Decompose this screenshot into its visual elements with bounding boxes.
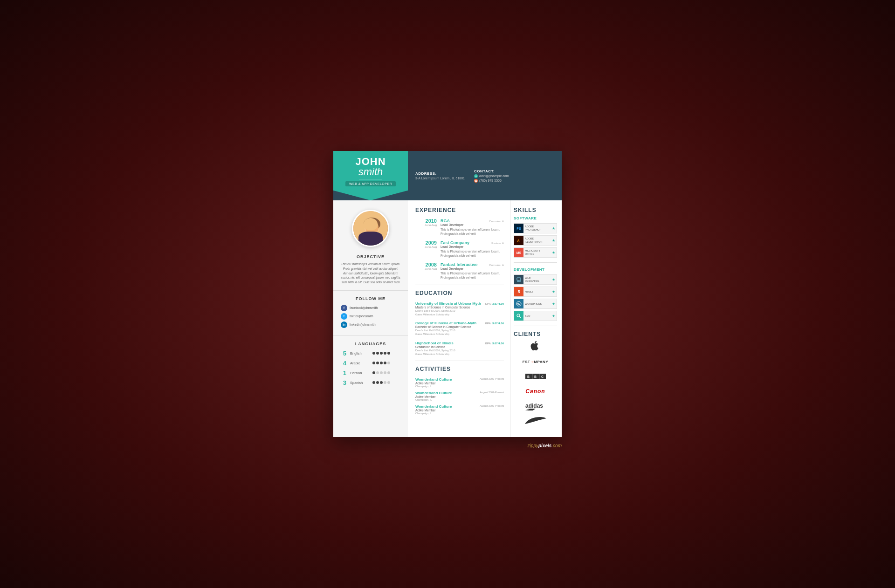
divider-1 xyxy=(333,290,408,291)
social-twitter[interactable]: t twitter/johnsmith xyxy=(333,313,408,320)
html-name: HTML5 xyxy=(523,290,552,294)
resume-body: OBJECTIVE This is Photoshop's version of… xyxy=(333,200,562,437)
skills-title: SKILLS xyxy=(514,207,557,213)
email-value: alanig@sample.com xyxy=(479,174,509,178)
edu-item-university: University of Illinosia at Urbana-Myth G… xyxy=(415,301,504,317)
main-content: EXPERIENCE 2010 June-Aug RGA Domaine. & … xyxy=(408,200,510,437)
phone-dot: ☎ xyxy=(474,179,478,183)
linkedin-icon: in xyxy=(341,321,347,328)
ps-icon: PS xyxy=(514,224,523,233)
watermark: zippypixels.com xyxy=(528,443,562,448)
address-block: Address: 3-A LoremIpsum Lorem , IL 61801 xyxy=(415,171,465,180)
first-name: JOHN xyxy=(355,157,386,167)
divider-2 xyxy=(333,335,408,336)
activity-1: Womderland Culture Active Member Champai… xyxy=(415,377,504,388)
languages-title: LANGUAGES xyxy=(355,342,386,346)
address-value: 3-A LoremIpsum Lorem , IL 61801 xyxy=(415,177,465,180)
ai-icon: AI xyxy=(514,236,523,245)
svg-text:adidas: adidas xyxy=(525,403,543,409)
exp-item-2009: 2009 June-Aug Fast Company Review. & Lea… xyxy=(415,240,504,258)
client-apple xyxy=(514,341,557,352)
last-name: smith xyxy=(358,167,383,177)
resume-document: JOHN smith Web & App Developer Address: … xyxy=(333,151,562,437)
ms-icon: MS xyxy=(514,248,523,257)
facebook-icon: f xyxy=(341,305,347,311)
name-box: JOHN smith Web & App Developer xyxy=(333,151,408,200)
wp-icon: W xyxy=(514,299,523,308)
skill-photoshop: PS ADOBEPHOTOSHOP ★ xyxy=(514,223,557,233)
exp-item-2010: 2010 June-Aug RGA Domaine. & Lead Develo… xyxy=(415,219,504,236)
seo-icon xyxy=(514,311,523,321)
html-icon: 5 xyxy=(514,287,523,296)
software-title: SOFTWARE xyxy=(514,216,557,220)
email-dot: ✉ xyxy=(474,174,478,178)
client-bbc: B B C xyxy=(514,371,557,382)
ms-name: MICROSOFTOFFICE xyxy=(523,249,552,255)
seo-name: SEO xyxy=(523,315,552,318)
lang-persian: 1 Persian xyxy=(333,369,408,376)
resume-header: JOHN smith Web & App Developer Address: … xyxy=(333,151,562,200)
linkedin-handle: linkedin/johnsmith xyxy=(350,323,376,326)
web-name: WEBDESIGNING xyxy=(523,276,552,282)
ai-star: ★ xyxy=(552,239,557,243)
client-adidas: adidas xyxy=(514,401,557,412)
software-dev-divider xyxy=(514,262,557,263)
exp-date-2010: 2010 June-Aug xyxy=(415,219,437,236)
svg-point-4 xyxy=(365,220,379,235)
svg-point-3 xyxy=(360,235,384,247)
avatar xyxy=(352,210,389,247)
ms-star: ★ xyxy=(552,251,557,255)
avatar-face xyxy=(353,211,388,246)
edu-act-divider xyxy=(415,361,504,361)
resume-wrapper: JOHN smith Web & App Developer Address: … xyxy=(333,151,562,437)
activities-title: ACTIVITIES xyxy=(415,366,504,374)
email-item: ✉ alanig@sample.com xyxy=(474,174,509,178)
client-nike xyxy=(514,416,557,427)
social-linkedin[interactable]: in linkedin/johnsmith xyxy=(333,321,408,328)
skill-webdesign: WEBDESIGNING ★ xyxy=(514,274,557,285)
skill-msoffice: MS MICROSOFTOFFICE ★ xyxy=(514,247,557,258)
skills-clients-divider xyxy=(514,326,557,326)
facebook-handle: facebook/johnsmith xyxy=(350,306,378,309)
skill-html5: 5 HTML5 ★ xyxy=(514,287,557,297)
sidebar: OBJECTIVE This is Photoshop's version of… xyxy=(333,200,408,437)
right-column: SKILLS SOFTWARE PS ADOBEPHOTOSHOP ★ AI A… xyxy=(510,200,562,437)
edu-item-college: College of Illinosia at Urbana-Myth GPA:… xyxy=(415,321,504,336)
address-label: Address: xyxy=(415,171,465,176)
html-star: ★ xyxy=(552,290,557,294)
client-canon: Canon xyxy=(514,386,557,397)
name-divider xyxy=(359,179,382,179)
activity-3: Womderland Culture Active Member Champai… xyxy=(415,404,504,415)
follow-me-title: FOLLOW ME xyxy=(356,296,386,301)
twitter-icon: t xyxy=(341,313,347,320)
phone-value: (785) 979-5555 xyxy=(479,179,502,182)
development-title: DEVELOPMENT xyxy=(514,267,557,272)
svg-point-0 xyxy=(353,211,389,247)
web-star: ★ xyxy=(552,278,557,282)
education-title: EDUCATION xyxy=(415,290,504,298)
svg-rect-5 xyxy=(517,278,521,280)
job-title: Web & App Developer xyxy=(345,181,396,186)
edu-item-highschool: HighSchool of Illinois GPA: 3.67/4.00 Gr… xyxy=(415,341,504,356)
web-icon xyxy=(514,275,523,284)
contact-block: Contact: ✉ alanig@sample.com ☎ (785) 979… xyxy=(474,169,509,183)
svg-text:W: W xyxy=(517,302,521,306)
social-facebook[interactable]: f facebook/johnsmith xyxy=(333,305,408,311)
exp-edu-divider xyxy=(415,285,504,285)
objective-title: OBJECTIVE xyxy=(357,254,385,259)
experience-title: EXPERIENCE xyxy=(415,207,504,215)
contact-label: Contact: xyxy=(474,169,509,173)
ai-name: ADOBEILLUSTRATOR xyxy=(523,237,552,243)
activity-2: Womderland Culture Active Member Champai… xyxy=(415,391,504,401)
clients-title: CLIENTS xyxy=(514,331,557,337)
wp-name: WORDPRESS xyxy=(523,302,552,306)
lang-arabic: 4 Arabic xyxy=(333,360,408,367)
svg-line-11 xyxy=(520,317,521,318)
lang-spanish: 3 Spanish xyxy=(333,379,408,386)
skill-illustrator: AI ADOBEILLUSTRATOR ★ xyxy=(514,235,557,246)
skill-wordpress: W WORDPRESS ★ xyxy=(514,299,557,309)
objective-text: This is Photoshop's version of Lorem Ips… xyxy=(333,262,408,285)
ps-name: ADOBEPHOTOSHOP xyxy=(523,225,552,231)
header-contact: Address: 3-A LoremIpsum Lorem , IL 61801… xyxy=(408,151,562,200)
svg-point-10 xyxy=(517,314,520,317)
